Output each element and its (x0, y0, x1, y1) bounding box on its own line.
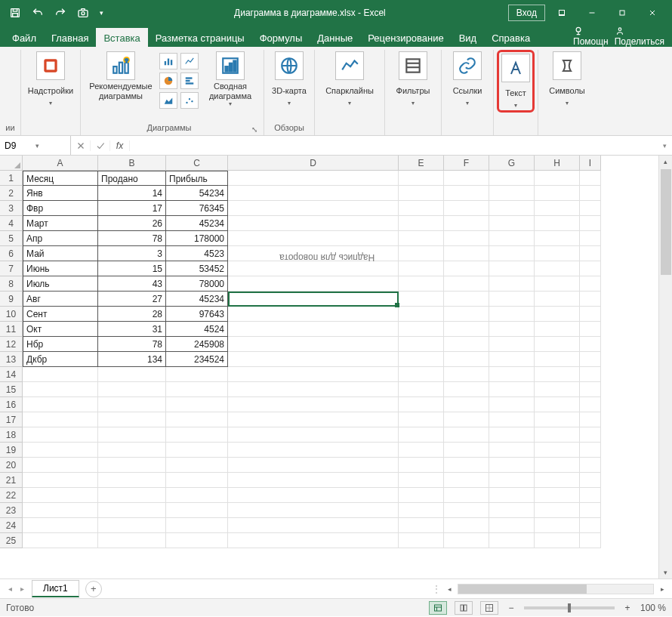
filters-button[interactable]: Фильтры ▾ (391, 51, 435, 106)
cell[interactable] (489, 322, 535, 337)
cell[interactable]: 17 (98, 201, 166, 216)
cell[interactable] (98, 518, 166, 533)
select-all-button[interactable] (0, 156, 23, 171)
cell[interactable] (444, 488, 489, 503)
links-button[interactable]: Ссылки ▾ (448, 51, 487, 106)
cell[interactable] (489, 367, 535, 382)
cell[interactable] (228, 337, 399, 352)
cell[interactable] (535, 352, 580, 367)
cell[interactable] (580, 307, 601, 322)
symbols-button[interactable]: Символы ▾ (544, 51, 590, 106)
cell[interactable]: Продано (98, 171, 166, 186)
cell[interactable] (444, 503, 489, 518)
hscroll-right-icon[interactable]: ▸ (657, 584, 667, 594)
cell[interactable] (166, 367, 228, 382)
fx-button[interactable]: fx (110, 140, 130, 151)
cell[interactable] (228, 201, 399, 216)
cell[interactable]: 45234 (166, 216, 228, 231)
cell[interactable] (489, 488, 535, 503)
cell[interactable] (444, 292, 489, 307)
cell[interactable] (166, 458, 228, 473)
cell[interactable]: Прибыль (166, 171, 228, 186)
cell[interactable] (399, 276, 444, 292)
cell[interactable] (399, 518, 444, 533)
cell[interactable] (580, 427, 601, 443)
row-header[interactable]: 21 (0, 473, 23, 488)
cell[interactable] (489, 427, 535, 443)
column-headers[interactable]: ABCDEFGHI (23, 156, 601, 171)
cell[interactable]: 234524 (166, 352, 228, 367)
cell[interactable] (489, 382, 535, 397)
scroll-up-icon[interactable]: ▴ (659, 156, 672, 168)
row-header[interactable]: 13 (0, 352, 23, 367)
cell[interactable] (228, 231, 399, 246)
cancel-formula-icon[interactable] (71, 140, 91, 151)
cell[interactable] (166, 412, 228, 427)
vertical-scrollbar[interactable]: ▴ ▾ (658, 156, 672, 578)
cell[interactable] (580, 533, 601, 548)
cell[interactable] (228, 367, 399, 382)
cell[interactable] (535, 473, 580, 488)
cell[interactable] (228, 397, 399, 412)
cell[interactable]: 4523 (166, 246, 228, 261)
cell[interactable] (98, 427, 166, 443)
cell[interactable] (399, 427, 444, 443)
cell[interactable]: 31 (98, 322, 166, 337)
camera-icon[interactable] (74, 4, 92, 22)
sheet-next-icon[interactable]: ▸ (17, 585, 27, 593)
cell[interactable] (580, 337, 601, 352)
row-header[interactable]: 10 (0, 307, 23, 322)
cell[interactable] (444, 276, 489, 292)
column-header[interactable]: A (23, 156, 98, 171)
cell[interactable]: 15 (98, 261, 166, 276)
share-button[interactable]: Поделиться (615, 26, 664, 47)
cell[interactable] (399, 397, 444, 412)
cell[interactable] (580, 488, 601, 503)
cell[interactable]: Окт (23, 322, 98, 337)
row-header[interactable]: 5 (0, 231, 23, 246)
cell[interactable] (228, 382, 399, 397)
scroll-thumb[interactable] (661, 169, 671, 275)
cell[interactable]: 245908 (166, 337, 228, 352)
cell[interactable] (580, 458, 601, 473)
row-header[interactable]: 7 (0, 261, 23, 276)
row-header[interactable]: 11 (0, 322, 23, 337)
cell[interactable] (399, 261, 444, 276)
cell[interactable] (228, 216, 399, 231)
worksheet-grid[interactable]: ABCDEFGHI 1МесяцПроданоПрибыль2Янв145423… (0, 156, 672, 578)
row-header[interactable]: 12 (0, 337, 23, 352)
column-header[interactable]: I (580, 156, 601, 171)
cell[interactable] (535, 337, 580, 352)
cell[interactable] (580, 473, 601, 488)
cell[interactable]: 76345 (166, 201, 228, 216)
cell[interactable] (489, 397, 535, 412)
cell[interactable]: Авг (23, 292, 98, 307)
cell[interactable] (166, 443, 228, 458)
column-header[interactable]: F (444, 156, 489, 171)
cell[interactable] (444, 367, 489, 382)
cell[interactable] (580, 503, 601, 518)
cell[interactable] (98, 503, 166, 518)
cell[interactable] (399, 382, 444, 397)
cell[interactable] (489, 186, 535, 201)
cell[interactable] (535, 186, 580, 201)
cell[interactable] (535, 276, 580, 292)
text-button[interactable]: Текст ▾ (497, 50, 535, 113)
tab-review[interactable]: Рецензирование (360, 28, 451, 47)
cell[interactable] (580, 261, 601, 276)
row-header[interactable]: 25 (0, 533, 23, 548)
cell[interactable]: 28 (98, 307, 166, 322)
view-page-layout-icon[interactable] (455, 601, 473, 615)
cell[interactable] (535, 171, 580, 186)
cell[interactable]: 53452 (166, 261, 228, 276)
cell[interactable]: 134 (98, 352, 166, 367)
cell[interactable] (399, 186, 444, 201)
cell[interactable] (489, 171, 535, 186)
recommended-charts-button[interactable]: ? Рекомендуемые диаграммы (87, 51, 155, 100)
cell[interactable] (580, 367, 601, 382)
cell[interactable] (98, 458, 166, 473)
cell[interactable] (535, 427, 580, 443)
cell[interactable]: 78000 (166, 276, 228, 292)
cell[interactable] (535, 231, 580, 246)
cell[interactable] (580, 322, 601, 337)
